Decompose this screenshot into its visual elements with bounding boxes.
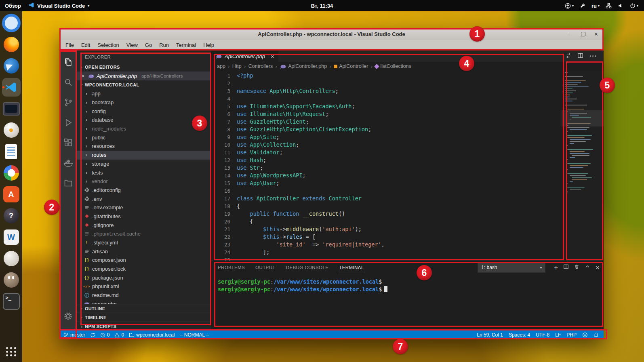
workspace-root-header[interactable]: ›WPCONNECTOR.LOCAL <box>77 80 211 89</box>
tree-item-bootstrap[interactable]: ›bootstrap <box>77 98 211 107</box>
panel-tab-terminal[interactable]: TERMINAL <box>339 263 364 272</box>
open-editors-header[interactable]: ›OPEN EDITORS <box>77 63 211 72</box>
tree-item-database[interactable]: ›database <box>77 116 211 124</box>
maximize-panel-icon[interactable] <box>585 264 590 271</box>
dock-wiki-app[interactable]: W <box>2 228 21 246</box>
close-button[interactable]: × <box>594 31 598 38</box>
dock-photos-app[interactable] <box>2 164 21 182</box>
kill-terminal-icon[interactable] <box>574 264 579 271</box>
tree-item-app[interactable]: ›app <box>77 89 211 98</box>
tree-item-env[interactable]: .env <box>77 194 211 203</box>
dock-gimp[interactable] <box>2 271 21 289</box>
tree-item-gitignore[interactable]: .gitignore <box>77 221 211 229</box>
tree-item-config[interactable]: ›config <box>77 107 211 116</box>
tree-item-composer-lock[interactable]: {}composer.lock <box>77 265 211 274</box>
status-bell[interactable] <box>593 332 599 338</box>
activitybar-run-debug-icon[interactable] <box>59 114 77 131</box>
tree-item-phpunit-xml[interactable]: </>phpunit.xml <box>77 282 211 291</box>
volume-icon[interactable] <box>618 3 624 8</box>
breadcrumb-http[interactable]: Http <box>232 63 242 69</box>
status-branch[interactable]: master <box>63 332 85 338</box>
menu-selection[interactable]: Selection <box>94 41 122 49</box>
dock-chat-app[interactable] <box>2 249 21 268</box>
activitybar-extensions-icon[interactable] <box>59 134 77 152</box>
activitybar-source-control-icon[interactable] <box>59 93 77 111</box>
dock-media-app[interactable] <box>2 121 21 139</box>
panel-tab-debug-console[interactable]: DEBUG CONSOLE <box>286 263 329 272</box>
show-applications-button[interactable] <box>6 347 17 356</box>
tree-item-editorconfig[interactable]: .editorconfig <box>77 186 211 195</box>
minimize-button[interactable]: – <box>568 31 572 37</box>
tree-item-public[interactable]: ›public <box>77 133 211 142</box>
timeline-header[interactable]: ›TIMELINE <box>77 313 211 322</box>
tree-item-tests[interactable]: ›tests <box>77 168 211 177</box>
clock[interactable]: Вт, 11:34 <box>311 3 333 9</box>
menu-go[interactable]: Go <box>141 41 156 49</box>
dock-visual-studio-code[interactable] <box>2 78 21 97</box>
tab-apicontroller[interactable]: ApiController.php × <box>211 51 278 62</box>
dock-terminal-app[interactable]: >_ <box>2 292 21 311</box>
settings-gear-icon[interactable] <box>59 307 77 325</box>
tree-item-phpunit-result-cache[interactable]: .phpunit.result.cache <box>77 229 211 238</box>
outline-header[interactable]: ›OUTLINE <box>77 304 211 313</box>
minimap[interactable] <box>562 71 604 261</box>
status-normal[interactable]: -- NORMAL -- <box>179 332 209 338</box>
menu-help[interactable]: Help <box>200 41 218 49</box>
breadcrumb-apicontroller-php[interactable]: ApiController.php <box>280 63 327 69</box>
menu-run[interactable]: Run <box>156 41 173 49</box>
tree-item-node-modules[interactable]: ›node_modules <box>77 124 211 133</box>
compare-changes-icon[interactable] <box>565 53 571 60</box>
close-icon[interactable]: × <box>80 73 86 79</box>
more-actions-icon[interactable]: ··· <box>589 53 597 60</box>
status-folder[interactable]: wpconnector.local <box>129 332 175 338</box>
dock-firefox[interactable] <box>2 35 21 54</box>
activitybar-docker-icon[interactable] <box>59 154 77 172</box>
status-warning[interactable]: 0 <box>114 332 124 338</box>
breadcrumb-app[interactable]: app <box>217 63 225 69</box>
dock-files-app[interactable] <box>2 99 21 118</box>
activities-button[interactable]: Обзор <box>5 3 21 9</box>
terminal-output[interactable]: sergiy@sergiy-pc:/var/www/sites/wpconnec… <box>211 274 604 330</box>
tree-item-resources[interactable]: ›resources <box>77 142 211 151</box>
npm-scripts-header[interactable]: ›NPM SCRIPTS <box>77 322 211 330</box>
status-sync[interactable] <box>90 333 95 338</box>
tree-item-storage[interactable]: ›storage <box>77 160 211 168</box>
tree-item-gitattributes[interactable]: .gitattributes <box>77 212 211 221</box>
close-panel-icon[interactable]: × <box>596 264 600 271</box>
dock-help-app[interactable]: ? <box>2 206 21 225</box>
tree-item-package-json[interactable]: {}package.json <box>77 273 211 282</box>
close-icon[interactable]: × <box>271 53 274 60</box>
status-ln-59-col-1[interactable]: Ln 59, Col 1 <box>477 332 503 338</box>
split-terminal-icon[interactable] <box>563 264 569 271</box>
panel-tab-output[interactable]: OUTPUT <box>255 263 276 272</box>
status-utf-8[interactable]: UTF-8 <box>536 332 549 338</box>
keyboard-layout-indicator[interactable]: ru▾ <box>591 3 600 9</box>
tree-item-composer-json[interactable]: {}composer.json <box>77 256 211 265</box>
dock-ubuntu-desktop[interactable] <box>2 14 21 32</box>
activitybar-project-folder-icon[interactable] <box>59 174 77 192</box>
minimap-viewport[interactable] <box>562 110 604 126</box>
activitybar-explorer-icon[interactable] <box>59 53 77 71</box>
status-error[interactable]: 0 <box>100 332 110 338</box>
window-titlebar[interactable]: ApiController.php - wpconnector.local - … <box>59 28 604 40</box>
status-spaces-4[interactable]: Spaces: 4 <box>509 332 530 338</box>
tree-item-styleci-yml[interactable]: !.styleci.yml <box>77 238 211 247</box>
accessibility-menu[interactable]: ▾ <box>565 3 574 9</box>
breadcrumb-apicontroller[interactable]: ApiController <box>334 63 368 69</box>
network-icon[interactable] <box>606 3 612 8</box>
breadcrumb-controllers[interactable]: Controllers <box>248 63 273 69</box>
status-feedback[interactable] <box>582 332 588 338</box>
open-editor-item[interactable]: × ApiController.php app/Http/Controllers <box>77 72 211 80</box>
dock-ubuntu-software[interactable]: A <box>2 185 21 204</box>
status-php[interactable]: PHP <box>566 332 577 338</box>
focused-app-menu[interactable]: Visual Studio Code ▾ <box>28 2 89 9</box>
terminal-shell-select[interactable]: 1: bash▾ <box>478 262 545 273</box>
maximize-button[interactable] <box>581 32 585 36</box>
tree-item-vendor[interactable]: ›vendor <box>77 177 211 186</box>
tree-item-routes[interactable]: ›routes <box>77 151 211 160</box>
tree-item-env-example[interactable]: .env.example <box>77 203 211 212</box>
split-editor-icon[interactable] <box>577 53 583 60</box>
menu-view[interactable]: View <box>123 41 141 49</box>
tree-item-readme-md[interactable]: readme.md <box>77 291 211 300</box>
panel-tab-problems[interactable]: PROBLEMS <box>218 263 245 272</box>
